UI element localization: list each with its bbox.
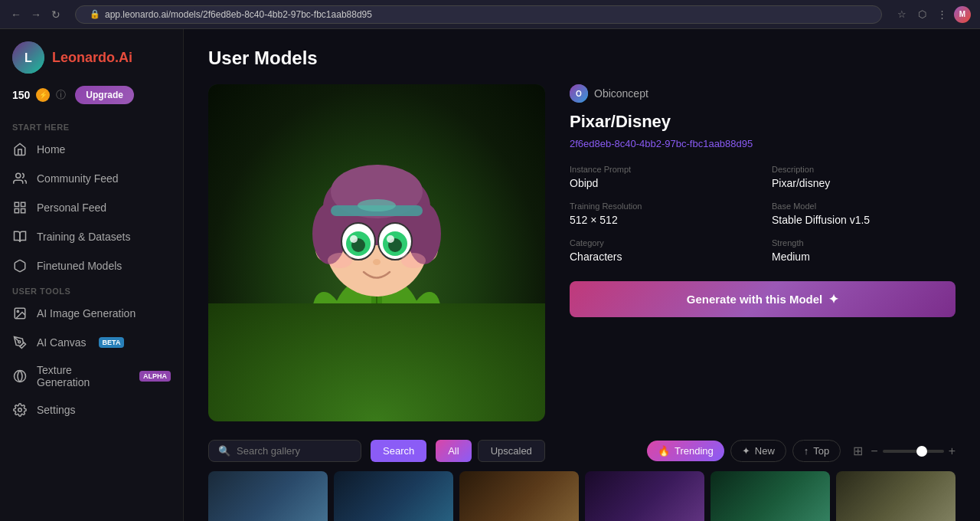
- sidebar-section-start: Start Here: [0, 116, 183, 135]
- svg-point-44: [373, 259, 381, 265]
- sort-new-button[interactable]: ✦ New: [730, 440, 786, 462]
- search-button[interactable]: Search: [371, 440, 426, 462]
- svg-point-2: [16, 173, 21, 178]
- token-count: 150: [12, 89, 30, 101]
- model-id: 2f6ed8eb-8c40-4bb2-97bc-fbc1aab88d95: [570, 138, 956, 149]
- sidebar-label-ai-image: AI Image Generation: [37, 307, 136, 319]
- search-icon: 🔍: [218, 445, 230, 457]
- svg-text:O: O: [576, 90, 582, 98]
- sidebar-item-home[interactable]: Home: [0, 135, 183, 164]
- sort-top-button[interactable]: ↑ Top: [792, 440, 841, 462]
- character-scene: allll: [208, 84, 545, 421]
- alpha-badge: ALPHA: [139, 371, 171, 382]
- new-icon: ✦: [742, 445, 750, 457]
- svg-point-46: [401, 253, 426, 268]
- logo-text: Leonardo.Ai: [52, 50, 132, 66]
- model-detail-area: allll: [208, 84, 956, 421]
- search-input[interactable]: [237, 445, 344, 457]
- svg-point-11: [18, 408, 22, 412]
- refresh-button[interactable]: ↻: [49, 8, 63, 21]
- gallery-thumb-3[interactable]: [459, 471, 579, 521]
- sort-new-label: New: [755, 445, 775, 457]
- gallery-thumb-5[interactable]: [710, 471, 830, 521]
- gallery-sort: 🔥 Trending ✦ New ↑ Top: [647, 440, 841, 462]
- texture-icon: [12, 369, 28, 384]
- sidebar-label-finetuned: Finetuned Models: [37, 260, 122, 272]
- category-field: Category Characters: [570, 238, 753, 263]
- sidebar-item-texture[interactable]: Texture Generation ALPHA: [0, 357, 183, 395]
- ai-canvas-icon: [12, 335, 28, 350]
- category-label: Category: [570, 238, 753, 247]
- svg-point-42: [350, 235, 358, 243]
- training-icon: [12, 229, 28, 244]
- logo-ai: Ai: [119, 50, 132, 65]
- model-info-panel: O Obiconcept Pixar/Disney 2f6ed8eb-8c40-…: [570, 84, 956, 421]
- gallery-thumb-4[interactable]: [585, 471, 704, 521]
- gallery-controls: 🔍 Search All Upscaled 🔥 Trending ✦ New ↑: [208, 440, 956, 462]
- zoom-slider[interactable]: [883, 450, 944, 453]
- zoom-in-button[interactable]: +: [949, 444, 956, 458]
- strength-value: Medium: [772, 251, 956, 263]
- description-value: Pixar/disney: [772, 177, 956, 189]
- finetuned-icon: [12, 258, 28, 274]
- sidebar-label-community: Community Feed: [37, 172, 119, 185]
- creator-avatar: O: [570, 84, 588, 103]
- instance-prompt-label: Instance Prompt: [570, 165, 753, 174]
- sidebar-item-personal[interactable]: Personal Feed: [0, 193, 183, 222]
- sparkle-icon: ✦: [828, 292, 838, 306]
- svg-text:L: L: [24, 51, 32, 64]
- base-model-label: Base Model: [772, 202, 956, 211]
- svg-point-9: [18, 341, 21, 343]
- url-text: app.leonardo.ai/models/2f6ed8eb-8c40-4bb…: [105, 9, 372, 20]
- svg-point-45: [328, 253, 352, 268]
- filter-upscaled-button[interactable]: Upscaled: [478, 440, 545, 462]
- sort-top-label: Top: [813, 445, 829, 457]
- browser-chrome: ← → ↻ 🔒 app.leonardo.ai/models/2f6ed8eb-…: [0, 0, 980, 29]
- lock-icon: 🔒: [90, 9, 100, 19]
- svg-point-33: [358, 199, 396, 211]
- back-button[interactable]: ←: [9, 8, 23, 21]
- filter-all-button[interactable]: All: [436, 440, 471, 462]
- svg-point-10: [15, 371, 26, 382]
- logo-main: Leonardo: [52, 50, 115, 65]
- sidebar-item-community[interactable]: Community Feed: [0, 164, 183, 193]
- sidebar-label-personal: Personal Feed: [37, 202, 106, 214]
- forward-button[interactable]: →: [29, 8, 43, 21]
- svg-rect-3: [15, 202, 18, 206]
- token-icon: ⚡: [36, 88, 50, 102]
- profile-avatar[interactable]: M: [954, 6, 971, 23]
- svg-point-43: [387, 235, 394, 243]
- sort-trending-button[interactable]: 🔥 Trending: [647, 441, 724, 461]
- gallery-thumb-1[interactable]: [208, 471, 328, 521]
- sidebar-item-finetuned[interactable]: Finetuned Models: [0, 251, 183, 280]
- grass-overlay: [208, 303, 545, 421]
- gallery-thumb-6[interactable]: [836, 471, 956, 521]
- gallery-grid: [208, 471, 956, 521]
- main-content: User Models: [184, 29, 980, 521]
- grid-view-button[interactable]: ⊞: [850, 441, 866, 461]
- menu-button[interactable]: ⋮: [934, 7, 949, 22]
- sidebar-item-ai-image[interactable]: AI Image Generation: [0, 299, 183, 328]
- sidebar-item-training[interactable]: Training & Datasets: [0, 222, 183, 251]
- info-icon[interactable]: ⓘ: [56, 88, 66, 102]
- url-bar[interactable]: 🔒 app.leonardo.ai/models/2f6ed8eb-8c40-4…: [75, 5, 882, 24]
- svg-point-8: [17, 310, 18, 312]
- sidebar-item-settings[interactable]: Settings: [0, 395, 183, 424]
- sidebar-item-ai-canvas[interactable]: AI Canvas BETA: [0, 328, 183, 357]
- gallery-thumb-2[interactable]: [334, 471, 453, 521]
- bookmark-button[interactable]: ☆: [894, 7, 910, 22]
- trending-icon: 🔥: [658, 445, 670, 457]
- strength-label: Strength: [772, 238, 956, 247]
- zoom-out-button[interactable]: −: [871, 444, 877, 458]
- training-resolution-value: 512 × 512: [570, 214, 753, 226]
- extensions-button[interactable]: ⬡: [914, 7, 929, 22]
- generate-button[interactable]: Generate with this Model ✦: [570, 281, 956, 317]
- model-image-container: allll: [208, 84, 545, 421]
- upgrade-button[interactable]: Upgrade: [75, 86, 134, 104]
- strength-field: Strength Medium: [772, 238, 956, 263]
- svg-rect-5: [15, 209, 18, 213]
- creator-name: Obiconcept: [594, 87, 648, 100]
- description-field: Description Pixar/disney: [772, 165, 956, 189]
- training-resolution-field: Training Resolution 512 × 512: [570, 202, 753, 226]
- browser-actions: ☆ ⬡ ⋮ M: [894, 6, 971, 23]
